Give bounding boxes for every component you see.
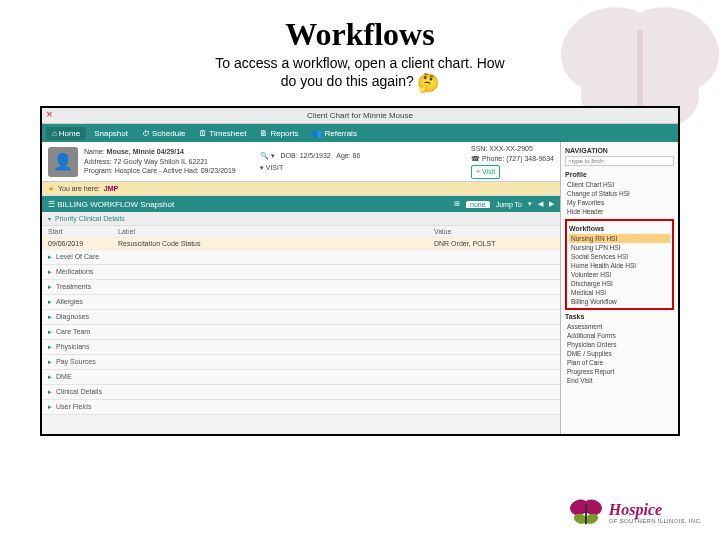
sidebar-item-billing-workflow[interactable]: Billing Workflow [569, 297, 670, 306]
star-icon[interactable]: ★ [48, 185, 54, 193]
accordion-user-fields[interactable]: ▸User Fields [42, 400, 560, 415]
slide-subtitle: To access a workflow, open a client char… [30, 55, 690, 94]
sidebar-task-physician-orders[interactable]: Physician Orders [565, 340, 674, 349]
brand-name: Hospice [609, 502, 702, 518]
accordion-medications[interactable]: ▸Medications [42, 265, 560, 280]
nav-panel-title: NAVIGATION [565, 147, 674, 154]
table-header: Start Label Value [42, 226, 560, 238]
workflows-highlight-box: Workflows Nursing RN HSI Nursing LPN HSI… [565, 219, 674, 310]
sidebar-item-nursing-rn[interactable]: Nursing RN HSI [569, 234, 670, 243]
sidebar-item-volunteer[interactable]: Volunteer HSI [569, 270, 670, 279]
sidebar-task-progress-report[interactable]: Progress Report [565, 367, 674, 376]
svg-rect-9 [585, 504, 587, 525]
main-nav: ⌂ Home Snapshot ⏱ Schedule 🗓 Timesheet 🗎… [42, 124, 678, 142]
accordion-level-of-care[interactable]: ▸Level Of Care [42, 250, 560, 265]
accordion-dme[interactable]: ▸DME [42, 370, 560, 385]
sidebar-task-assessment[interactable]: Assessment [565, 322, 674, 331]
table-row[interactable]: 09/06/2019 Resuscitation Code Status DNR… [42, 238, 560, 250]
nav-reports[interactable]: 🗎 Reports [254, 127, 304, 140]
accordion-treatments[interactable]: ▸Treatments [42, 280, 560, 295]
butterfly-logo-icon [567, 494, 605, 532]
profile-section: Profile [565, 171, 674, 178]
footer-logo: Hospice OF SOUTHERN ILLINOIS, INC. [567, 494, 702, 532]
accordion-allergies[interactable]: ▸Allergies [42, 295, 560, 310]
breadcrumb: ★ You are here: JMP [42, 182, 560, 196]
phone-icon: ☎ [471, 155, 480, 162]
slide-title: Workflows [30, 16, 690, 53]
nav-snapshot[interactable]: Snapshot [88, 127, 134, 140]
sidebar-item-discharge[interactable]: Discharge HSI [569, 279, 670, 288]
chevron-down-icon: ▾ [48, 215, 51, 222]
tasks-section: Tasks [565, 313, 674, 320]
sidebar-item-hide-header[interactable]: Hide Header [565, 207, 674, 216]
sidebar-task-additional-forms[interactable]: Additional Forms [565, 331, 674, 340]
nav-schedule[interactable]: ⏱ Schedule [136, 127, 191, 140]
sidebar-item-medical[interactable]: Medical HSI [569, 288, 670, 297]
accordion-physicians[interactable]: ▸Physicians [42, 340, 560, 355]
accordion-pay-sources[interactable]: ▸Pay Sources [42, 355, 560, 370]
accordion-care-team[interactable]: ▸Care Team [42, 325, 560, 340]
app-screenshot: ✕ Client Chart for Minnie Mouse ⌂ Home S… [40, 106, 680, 436]
sidebar-item-client-chart[interactable]: Client Chart HSI [565, 180, 674, 189]
nav-timesheet[interactable]: 🗓 Timesheet [193, 127, 252, 140]
sidebar-item-social-services[interactable]: Social Services HSI [569, 252, 670, 261]
thinking-emoji: 🤔 [417, 73, 439, 93]
prev-icon[interactable]: ◀ [538, 200, 543, 208]
window-title: Client Chart for Minnie Mouse [307, 111, 413, 120]
next-icon[interactable]: ▶ [549, 200, 554, 208]
sidebar-item-home-health-aide[interactable]: Home Health Aide HSI [569, 261, 670, 270]
priority-header[interactable]: ▾ Priority Clinical Details [42, 212, 560, 226]
nav-home[interactable]: ⌂ Home [46, 127, 86, 140]
add-visit-button[interactable]: + Visit [471, 165, 500, 179]
accordion-diagnoses[interactable]: ▸Diagnoses [42, 310, 560, 325]
nav-referrals[interactable]: 👥 Referrals [306, 127, 362, 140]
accordion-clinical-details[interactable]: ▸Clinical Details [42, 385, 560, 400]
sidebar-item-nursing-lpn[interactable]: Nursing LPN HSI [569, 243, 670, 252]
workflows-section: Workflows [569, 225, 670, 232]
sidebar-task-dme-supplies[interactable]: DME / Supplies [565, 349, 674, 358]
sidebar-task-end-visit[interactable]: End Visit [565, 376, 674, 385]
avatar: 👤 [48, 147, 78, 177]
sidebar-task-plan-of-care[interactable]: Plan of Care [565, 358, 674, 367]
sidebar-item-favorites[interactable]: My Favorites [565, 198, 674, 207]
workflow-bar: ☰ BILLING WORKFLOW Snapshot ⊞ none Jump … [42, 196, 560, 212]
client-header: 👤 Name: Mouse, Minnie 04/29/14 Address: … [42, 142, 560, 182]
sidebar-item-change-status[interactable]: Change of Status HSI [565, 189, 674, 198]
sidebar-search-input[interactable] [565, 156, 674, 166]
brand-tagline: OF SOUTHERN ILLINOIS, INC. [609, 518, 702, 524]
window-titlebar: ✕ Client Chart for Minnie Mouse [42, 108, 678, 124]
close-icon[interactable]: ✕ [46, 110, 56, 120]
